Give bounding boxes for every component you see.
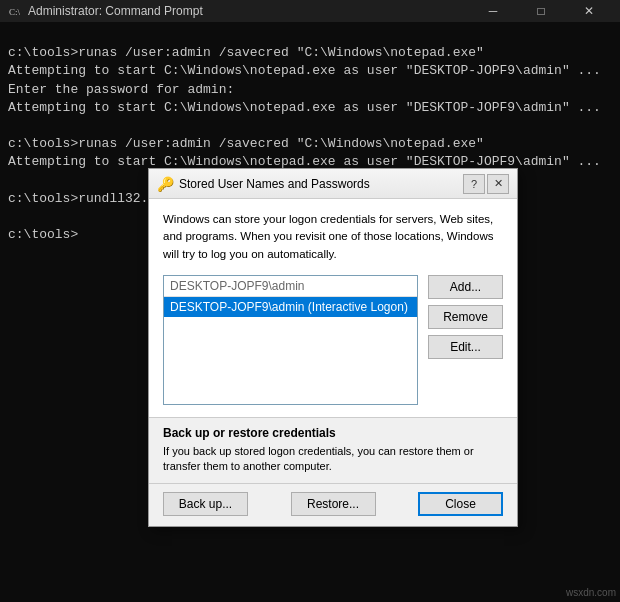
add-button[interactable]: Add... — [428, 275, 503, 299]
restore-button[interactable]: Restore... — [291, 492, 376, 516]
minimize-button[interactable]: ─ — [470, 0, 516, 22]
dialog-close-button[interactable]: ✕ — [487, 174, 509, 194]
remove-button[interactable]: Remove — [428, 305, 503, 329]
maximize-button[interactable]: □ — [518, 0, 564, 22]
dialog-footer-info: Back up or restore credentials If you ba… — [149, 418, 517, 483]
close-button[interactable]: ✕ — [566, 0, 612, 22]
dialog-key-icon: 🔑 — [157, 176, 173, 192]
backup-button[interactable]: Back up... — [163, 492, 248, 516]
credential-item-0[interactable]: DESKTOP-JOPF9\admin — [164, 276, 417, 297]
dialog-title: Stored User Names and Passwords — [179, 177, 463, 191]
dialog-footer-buttons: Back up... Restore... Close — [149, 483, 517, 526]
backup-title: Back up or restore credentials — [163, 426, 503, 440]
dialog-title-controls: ? ✕ — [463, 174, 509, 194]
close-dialog-button[interactable]: Close — [418, 492, 503, 516]
dialog-titlebar: 🔑 Stored User Names and Passwords ? ✕ — [149, 169, 517, 199]
dialog-main-row: DESKTOP-JOPF9\admin DESKTOP-JOPF9\admin … — [163, 275, 503, 405]
edit-button[interactable]: Edit... — [428, 335, 503, 359]
credential-item-1[interactable]: DESKTOP-JOPF9\admin (Interactive Logon) — [164, 297, 417, 317]
backup-desc: If you back up stored logon credentials,… — [163, 444, 503, 475]
cmd-icon: C:\ — [8, 4, 22, 18]
cmd-controls: ─ □ ✕ — [470, 0, 612, 22]
dialog-help-button[interactable]: ? — [463, 174, 485, 194]
svg-text:C:\: C:\ — [9, 7, 21, 17]
credentials-list[interactable]: DESKTOP-JOPF9\admin DESKTOP-JOPF9\admin … — [163, 275, 418, 405]
cmd-titlebar: C:\ Administrator: Command Prompt ─ □ ✕ — [0, 0, 620, 22]
dialog-right-buttons: Add... Remove Edit... — [428, 275, 503, 359]
dialog-body: Windows can store your logon credentials… — [149, 199, 517, 417]
dialog-description: Windows can store your logon credentials… — [163, 211, 503, 263]
stored-credentials-dialog: 🔑 Stored User Names and Passwords ? ✕ Wi… — [148, 168, 518, 527]
cmd-title: Administrator: Command Prompt — [28, 4, 470, 18]
